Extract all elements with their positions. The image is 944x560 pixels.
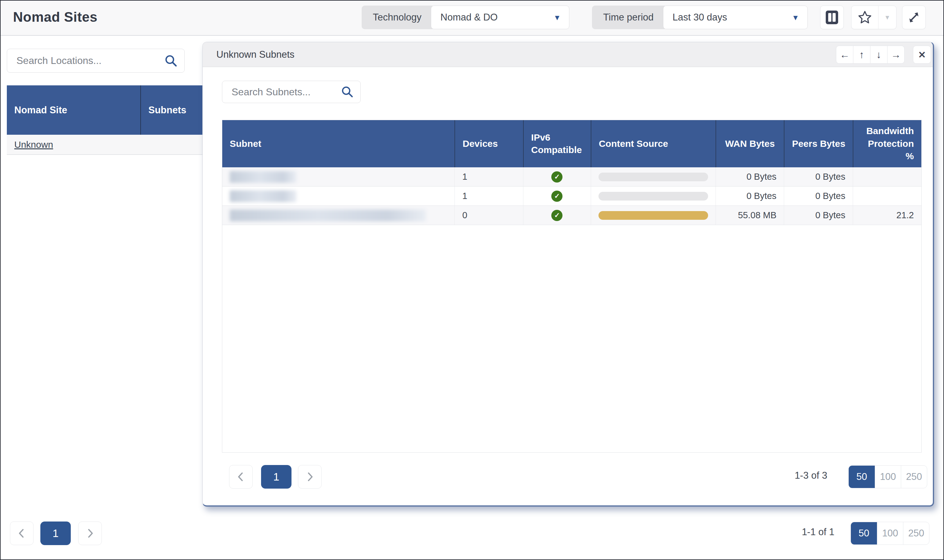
prev-page-button[interactable] — [10, 522, 34, 545]
technology-value[interactable]: Nomad & DO ▼ — [431, 6, 569, 29]
page-size-250[interactable]: 250 — [903, 522, 929, 545]
modal-prev-page-button[interactable] — [229, 465, 253, 489]
caret-down-icon: ▼ — [553, 6, 561, 29]
nomad-sites-table-header: Nomad Site Subnets — [7, 85, 218, 135]
subnet-cell — [222, 186, 455, 206]
wan-bytes-cell: 0 Bytes — [715, 186, 784, 206]
fullscreen-button[interactable] — [902, 6, 926, 29]
search-subnets-box[interactable] — [222, 81, 361, 103]
ipv6-cell: ✓ — [523, 167, 591, 186]
caret-down-icon: ▼ — [792, 6, 799, 29]
search-subnets-input[interactable] — [232, 81, 331, 103]
content-source-cell — [591, 167, 715, 186]
page-size-100[interactable]: 100 — [877, 522, 903, 545]
check-icon: ✓ — [551, 210, 563, 221]
technology-value-text: Nomad & DO — [440, 12, 498, 23]
search-locations-input[interactable] — [17, 49, 144, 72]
modal-current-page-button[interactable]: 1 — [261, 465, 292, 489]
check-icon: ✓ — [551, 171, 563, 183]
top-bar: Nomad Sites Technology Nomad & DO ▼ Time… — [1, 1, 943, 36]
arrow-up-icon: ↑ — [859, 49, 864, 60]
table-row[interactable]: 1✓0 Bytes0 Bytes — [222, 186, 921, 206]
page-range-label: 1-1 of 1 — [741, 526, 835, 538]
technology-select[interactable]: Technology Nomad & DO ▼ — [362, 6, 569, 29]
table-row[interactable]: 1✓0 Bytes0 Bytes — [222, 167, 921, 186]
modal-page-range-label: 1-3 of 3 — [734, 470, 827, 481]
technology-label: Technology — [362, 6, 433, 29]
chevron-right-icon — [304, 471, 316, 483]
app-window: Nomad Sites Technology Nomad & DO ▼ Time… — [0, 0, 944, 560]
close-button[interactable]: ✕ — [913, 46, 931, 64]
time-period-value[interactable]: Last 30 days ▼ — [663, 6, 808, 29]
favorite-menu-button[interactable]: ▼ — [878, 6, 896, 29]
content-source-bar — [598, 192, 708, 200]
arrow-left-icon: ← — [840, 49, 850, 60]
page-size-selector[interactable]: 50100250 — [850, 522, 929, 545]
arrow-left-button[interactable]: ← — [836, 46, 853, 64]
nomad-sites-table: Nomad Site Subnets Unknown 1 — [7, 85, 218, 155]
chevron-left-icon — [235, 471, 247, 483]
column-header-devices: Devices — [455, 120, 523, 167]
favorite-split-button[interactable]: ▼ — [851, 6, 896, 29]
peers-bytes-cell: 0 Bytes — [784, 167, 853, 186]
wan-bytes-cell: 0 Bytes — [715, 167, 784, 186]
peers-bytes-cell: 0 Bytes — [784, 186, 853, 206]
site-link-unknown[interactable]: Unknown — [14, 139, 53, 150]
column-header-peers-bytes: Peers Bytes — [784, 120, 853, 167]
page-size-250[interactable]: 250 — [901, 466, 927, 488]
arrow-up-button[interactable]: ↑ — [853, 46, 870, 64]
chevron-right-icon — [84, 527, 96, 540]
column-header-ipv6-compatible: IPv6 Compatible — [523, 120, 591, 167]
bandwidth-protection-cell: 21.2 — [853, 206, 921, 225]
devices-cell: 0 — [455, 206, 523, 225]
current-page-button[interactable]: 1 — [40, 522, 71, 545]
wan-bytes-cell: 55.08 MB — [715, 206, 784, 225]
table-row[interactable]: 0✓55.08 MB0 Bytes21.2 — [222, 206, 921, 225]
star-icon — [858, 10, 872, 25]
unknown-subnets-modal: Unknown Subnets ← ↑ ↓ → ✕ SubnetDevicesI… — [202, 42, 934, 507]
redacted-subnet-text — [230, 190, 297, 202]
arrow-right-icon: → — [891, 49, 901, 60]
page-size-50[interactable]: 50 — [851, 522, 877, 545]
column-header-bandwidth-protection-: Bandwidth Protection % — [853, 120, 921, 167]
ipv6-cell: ✓ — [523, 206, 591, 225]
next-page-button[interactable] — [78, 522, 102, 545]
subnet-cell — [222, 167, 455, 186]
redacted-subnet-text — [230, 171, 297, 183]
columns-icon — [826, 10, 838, 25]
bandwidth-protection-cell — [853, 167, 921, 186]
search-icon — [341, 85, 354, 99]
arrow-right-button[interactable]: → — [887, 46, 905, 64]
columns-button[interactable] — [820, 6, 844, 29]
chevron-left-icon — [15, 527, 28, 540]
subnet-cell — [222, 206, 455, 225]
page-size-50[interactable]: 50 — [849, 466, 875, 488]
time-period-value-text: Last 30 days — [673, 12, 727, 23]
star-button[interactable] — [852, 6, 878, 29]
search-locations-box[interactable] — [7, 49, 185, 72]
devices-cell: 1 — [455, 186, 523, 206]
content-source-bar — [598, 211, 708, 220]
modal-title: Unknown Subnets — [216, 42, 295, 67]
subnets-table-header: SubnetDevicesIPv6 CompatibleContent Sour… — [222, 120, 921, 167]
check-icon: ✓ — [551, 191, 563, 202]
peers-bytes-cell: 0 Bytes — [784, 206, 853, 225]
table-row[interactable]: Unknown 1 — [7, 135, 218, 155]
content-source-cell — [591, 206, 715, 225]
redacted-subnet-text — [230, 209, 426, 222]
content-source-bar — [598, 172, 708, 181]
modal-move-controls: ← ↑ ↓ → — [836, 46, 905, 64]
column-header-content-source: Content Source — [591, 120, 715, 167]
page-title: Nomad Sites — [13, 9, 97, 25]
search-icon — [164, 54, 178, 68]
modal-page-size-selector[interactable]: 50100250 — [849, 465, 927, 488]
expand-icon — [907, 11, 921, 24]
devices-cell: 1 — [455, 167, 523, 186]
time-period-select[interactable]: Time period Last 30 days ▼ — [592, 6, 808, 29]
caret-down-icon: ▼ — [884, 14, 890, 21]
modal-header: Unknown Subnets ← ↑ ↓ → ✕ — [203, 42, 933, 67]
modal-next-page-button[interactable] — [298, 465, 321, 489]
arrow-down-button[interactable]: ↓ — [870, 46, 887, 64]
ipv6-cell: ✓ — [523, 186, 591, 206]
page-size-100[interactable]: 100 — [875, 466, 901, 488]
